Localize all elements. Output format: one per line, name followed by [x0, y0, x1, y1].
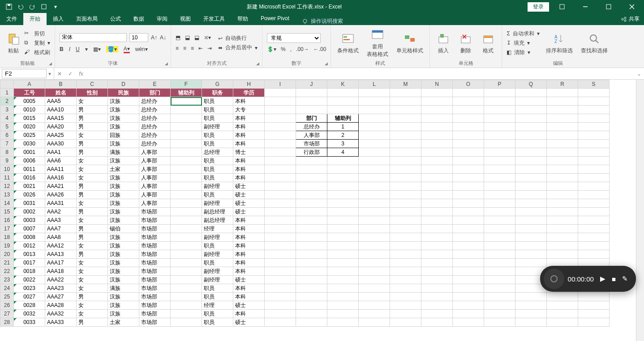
cell[interactable]: 汉族 — [108, 301, 139, 310]
cell[interactable] — [171, 174, 202, 182]
cell[interactable]: 市场部 — [139, 310, 171, 318]
cell[interactable] — [578, 216, 610, 225]
row-header[interactable]: 16 — [0, 216, 14, 225]
col-header-Q[interactable]: Q — [515, 80, 547, 89]
cell[interactable]: 市场部 — [139, 301, 171, 310]
cell[interactable] — [484, 225, 515, 233]
cell[interactable]: 汉族 — [108, 216, 139, 225]
cell[interactable] — [484, 199, 515, 208]
cell[interactable]: 职员 — [202, 165, 233, 174]
cell[interactable]: 市场部 — [139, 293, 171, 301]
cell[interactable] — [547, 165, 578, 174]
cell[interactable] — [171, 157, 202, 165]
cell[interactable] — [547, 208, 578, 216]
cell[interactable] — [578, 310, 610, 318]
cell[interactable] — [327, 267, 359, 276]
cell[interactable] — [578, 191, 610, 199]
cell[interactable] — [578, 225, 610, 233]
cell[interactable]: AAA5 — [45, 97, 77, 106]
align-left-icon[interactable]: ≡ — [176, 45, 179, 51]
row-header[interactable]: 13 — [0, 191, 14, 199]
enter-icon[interactable]: ✓ — [65, 71, 76, 77]
cell[interactable]: 0006 — [14, 157, 45, 165]
cell[interactable]: 男 — [77, 191, 108, 199]
cell[interactable]: 本科 — [233, 233, 265, 242]
cell[interactable] — [359, 208, 390, 216]
col-header-J[interactable]: J — [296, 80, 327, 89]
cell[interactable] — [359, 114, 390, 123]
cell[interactable] — [484, 131, 515, 140]
cell[interactable]: AAA23 — [45, 284, 77, 293]
cell[interactable] — [484, 140, 515, 148]
cell[interactable] — [484, 242, 515, 250]
find-select-button[interactable]: 查找和选择 — [579, 31, 610, 55]
cell[interactable] — [453, 182, 484, 191]
cell[interactable] — [453, 259, 484, 267]
cell[interactable] — [296, 233, 327, 242]
cell[interactable] — [327, 157, 359, 165]
cell[interactable] — [327, 318, 359, 327]
cell[interactable]: 0012 — [14, 242, 45, 250]
row-header[interactable]: 12 — [0, 182, 14, 191]
cell[interactable] — [296, 174, 327, 182]
cell[interactable]: 汉族 — [108, 106, 139, 114]
cell[interactable] — [390, 259, 421, 267]
cell[interactable]: 市场部 — [139, 318, 171, 327]
cell[interactable] — [484, 106, 515, 114]
cell[interactable]: 总经办 — [139, 114, 171, 123]
cell[interactable]: 市场部 — [139, 225, 171, 233]
cell[interactable] — [578, 250, 610, 259]
cell[interactable] — [484, 293, 515, 301]
cell[interactable] — [171, 123, 202, 131]
cell[interactable] — [547, 97, 578, 106]
cell[interactable]: 0030 — [14, 140, 45, 148]
cell[interactable] — [390, 318, 421, 327]
cell[interactable]: 本科 — [233, 216, 265, 225]
cell[interactable]: 锡伯 — [108, 225, 139, 233]
cell[interactable] — [421, 225, 453, 233]
cell[interactable]: 男 — [77, 148, 108, 157]
cell[interactable] — [453, 131, 484, 140]
cell[interactable]: 本科 — [233, 267, 265, 276]
cell[interactable] — [327, 242, 359, 250]
cell[interactable] — [359, 310, 390, 318]
cell[interactable] — [547, 157, 578, 165]
cell[interactable]: 汉族 — [108, 182, 139, 191]
tab-开发工具[interactable]: 开发工具 — [197, 13, 231, 25]
cell[interactable] — [421, 318, 453, 327]
cell[interactable]: 职员 — [202, 242, 233, 250]
comma-icon[interactable]: , — [290, 46, 292, 52]
cell[interactable] — [421, 310, 453, 318]
cell[interactable]: 本科 — [233, 310, 265, 318]
cell[interactable]: AAA15 — [45, 114, 77, 123]
cell[interactable] — [327, 106, 359, 114]
cell[interactable]: 本科 — [233, 250, 265, 259]
cell[interactable] — [453, 250, 484, 259]
maximize-icon[interactable] — [598, 0, 619, 13]
cell[interactable] — [327, 225, 359, 233]
cell[interactable]: 硕士 — [233, 208, 265, 216]
cell[interactable] — [265, 208, 296, 216]
cell[interactable] — [265, 242, 296, 250]
dialog-launcher-icon[interactable]: ◢ — [256, 61, 259, 66]
row-header[interactable]: 4 — [0, 114, 14, 123]
align-middle-icon[interactable]: ⬓ — [185, 34, 190, 41]
cell[interactable] — [453, 301, 484, 310]
cell[interactable] — [421, 114, 453, 123]
cell[interactable] — [421, 131, 453, 140]
cell[interactable] — [171, 259, 202, 267]
cell[interactable] — [359, 157, 390, 165]
cell[interactable]: 硕士 — [233, 182, 265, 191]
cell[interactable]: 本科 — [233, 131, 265, 140]
cell[interactable] — [578, 165, 610, 174]
cell[interactable]: 汉族 — [108, 242, 139, 250]
col-header-R[interactable]: R — [547, 80, 578, 89]
cell[interactable]: 0005 — [14, 97, 45, 106]
cell[interactable] — [484, 114, 515, 123]
cell[interactable] — [265, 174, 296, 182]
row-header[interactable]: 1 — [0, 89, 14, 97]
cell[interactable] — [421, 208, 453, 216]
cell[interactable] — [296, 106, 327, 114]
cell[interactable]: 硕士 — [233, 301, 265, 310]
copy-button[interactable]: ⧉复制▾ — [24, 39, 50, 47]
